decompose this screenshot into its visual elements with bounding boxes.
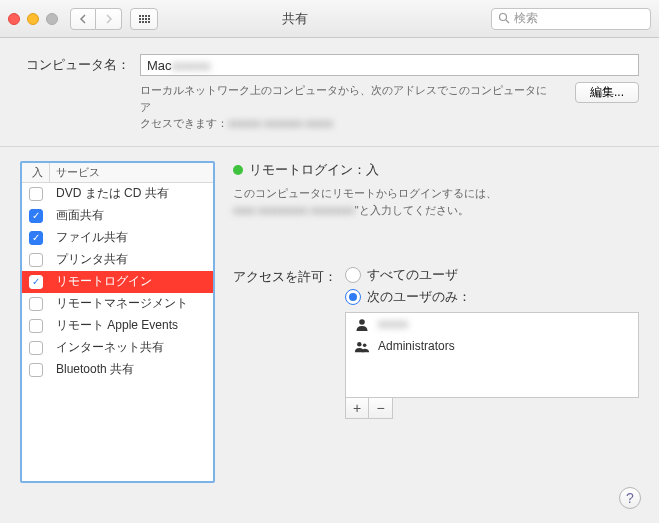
svg-point-4 — [363, 343, 367, 347]
checkbox-icon[interactable] — [29, 253, 43, 267]
checkbox-icon[interactable] — [29, 363, 43, 377]
search-input[interactable]: 検索 — [491, 8, 651, 30]
checkbox-icon[interactable] — [29, 187, 43, 201]
service-row[interactable]: ✓リモートログイン — [22, 271, 213, 293]
show-all-button[interactable] — [130, 8, 158, 30]
back-button[interactable] — [70, 8, 96, 30]
service-row[interactable]: DVD または CD 共有 — [22, 183, 213, 205]
service-row[interactable]: インターネット共有 — [22, 337, 213, 359]
close-icon[interactable] — [8, 13, 20, 25]
checkbox-icon[interactable] — [29, 319, 43, 333]
main-area: 入 サービス DVD または CD 共有✓画面共有✓ファイル共有プリンタ共有✓リ… — [0, 147, 659, 495]
checkbox-icon[interactable] — [29, 341, 43, 355]
computer-name-section: コンピュータ名： Macxxxxxx ローカルネットワーク上のコンピュータから、… — [0, 38, 659, 147]
computer-name-label: コンピュータ名： — [20, 56, 130, 74]
add-remove-controls: + − — [345, 398, 393, 419]
minimize-icon[interactable] — [27, 13, 39, 25]
radio-all-users[interactable]: すべてのユーザ — [345, 266, 639, 284]
service-name: リモートログイン — [50, 273, 213, 290]
remove-user-button[interactable]: − — [369, 398, 392, 418]
service-name: 画面共有 — [50, 207, 213, 224]
person-icon — [354, 316, 370, 332]
services-header: 入 サービス — [22, 163, 213, 183]
col-service: サービス — [50, 163, 213, 182]
add-user-button[interactable]: + — [346, 398, 369, 418]
radio-off-icon — [345, 267, 361, 283]
checkbox-icon[interactable] — [29, 297, 43, 311]
checkbox-icon[interactable]: ✓ — [29, 231, 43, 245]
svg-point-0 — [500, 13, 507, 20]
computer-address-desc: ローカルネットワーク上のコンピュータから、次のアドレスでこのコンピュータにア ク… — [140, 82, 557, 132]
edit-button[interactable]: 編集... — [575, 82, 639, 103]
computer-name-field[interactable]: Macxxxxxx — [140, 54, 639, 76]
search-icon — [498, 12, 510, 26]
service-row[interactable]: リモート Apple Events — [22, 315, 213, 337]
radio-only-users[interactable]: 次のユーザのみ： — [345, 288, 639, 306]
col-on: 入 — [22, 163, 50, 182]
service-name: DVD または CD 共有 — [50, 185, 213, 202]
svg-point-3 — [357, 342, 361, 346]
service-row[interactable]: Bluetooth 共有 — [22, 359, 213, 381]
group-icon — [354, 338, 370, 354]
help-button[interactable]: ? — [619, 487, 641, 509]
service-name: リモート Apple Events — [50, 317, 213, 334]
user-name: Administrators — [378, 339, 455, 353]
service-row[interactable]: ✓ファイル共有 — [22, 227, 213, 249]
service-name: ファイル共有 — [50, 229, 213, 246]
zoom-icon — [46, 13, 58, 25]
svg-line-1 — [506, 20, 509, 23]
status-text: リモートログイン：入 — [249, 161, 379, 179]
checkbox-icon[interactable]: ✓ — [29, 209, 43, 223]
service-row[interactable]: リモートマネージメント — [22, 293, 213, 315]
access-label: アクセスを許可： — [233, 266, 337, 286]
service-name: リモートマネージメント — [50, 295, 213, 312]
service-row[interactable]: プリンタ共有 — [22, 249, 213, 271]
user-list[interactable]: xxxxxAdministrators — [345, 312, 639, 398]
user-row[interactable]: Administrators — [346, 335, 638, 357]
login-instructions: このコンピュータにリモートからログインするには、 xxxx xxxxxxxxx … — [233, 185, 639, 220]
svg-point-2 — [359, 319, 365, 325]
user-row[interactable]: xxxxx — [346, 313, 638, 335]
forward-button[interactable] — [96, 8, 122, 30]
service-name: インターネット共有 — [50, 339, 213, 356]
checkbox-icon[interactable]: ✓ — [29, 275, 43, 289]
service-name: プリンタ共有 — [50, 251, 213, 268]
window-controls — [8, 13, 58, 25]
service-row[interactable]: ✓画面共有 — [22, 205, 213, 227]
window-title: 共有 — [166, 10, 483, 28]
titlebar: 共有 検索 — [0, 0, 659, 38]
services-list[interactable]: 入 サービス DVD または CD 共有✓画面共有✓ファイル共有プリンタ共有✓リ… — [20, 161, 215, 483]
nav-back-forward — [70, 8, 122, 30]
user-name: xxxxx — [378, 317, 408, 331]
service-detail: リモートログイン：入 このコンピュータにリモートからログインするには、 xxxx… — [233, 161, 639, 483]
radio-on-icon — [345, 289, 361, 305]
status-dot-icon — [233, 165, 243, 175]
search-placeholder: 検索 — [514, 10, 538, 27]
service-name: Bluetooth 共有 — [50, 361, 213, 378]
